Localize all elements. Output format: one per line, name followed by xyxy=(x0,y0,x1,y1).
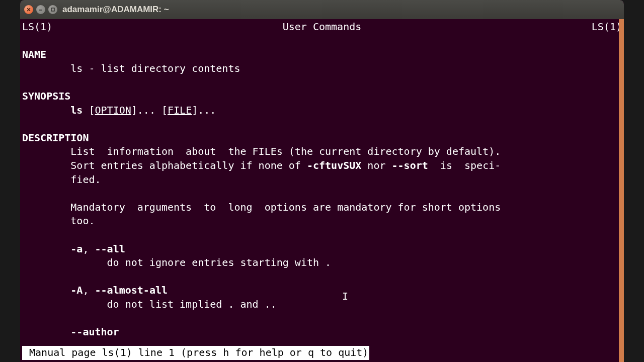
synopsis-cmd: ls xyxy=(70,104,83,116)
option-author: --author xyxy=(22,325,622,339)
maximize-icon[interactable] xyxy=(48,5,57,14)
text-cursor: I xyxy=(342,290,343,302)
man-header-right: LS(1) xyxy=(592,20,622,34)
section-description: DESCRIPTION xyxy=(22,131,622,145)
man-header: LS(1) User Commands LS(1) xyxy=(22,20,622,34)
option-A: -A, --almost-all xyxy=(22,284,622,298)
desc-p2-l2: too. xyxy=(22,214,622,228)
titlebar[interactable]: adamamir@ADAMAMIR: ~ xyxy=(20,0,624,19)
section-name: NAME xyxy=(22,48,622,62)
section-synopsis: SYNOPSIS xyxy=(22,89,622,104)
window-title: adamamir@ADAMAMIR: ~ xyxy=(62,5,169,15)
scrollbar[interactable] xyxy=(619,19,624,362)
desc-p1-l3: fied. xyxy=(22,173,622,187)
synopsis-file: FILE xyxy=(168,104,192,116)
desc-p2-l1: Mandatory arguments to long options are … xyxy=(22,201,622,215)
desc-p1-l2: Sort entries alphabetically if none of -… xyxy=(22,159,622,173)
desc-p1-l1: List information about the FILEs (the cu… xyxy=(22,145,622,159)
close-icon[interactable] xyxy=(24,5,33,14)
option-A-desc: do not list implied . and .. xyxy=(22,298,622,312)
name-line: ls - list directory contents xyxy=(22,62,622,76)
man-header-center: User Commands xyxy=(283,20,362,34)
svg-rect-0 xyxy=(51,8,54,11)
terminal-body[interactable]: LS(1) User Commands LS(1) NAME ls - list… xyxy=(20,19,624,362)
synopsis-line: ls [OPTION]... [FILE]... xyxy=(22,104,622,118)
option-a: -a, --all xyxy=(22,242,622,256)
minimize-icon[interactable] xyxy=(36,5,45,14)
option-a-desc: do not ignore entries starting with . xyxy=(22,256,622,270)
synopsis-option: OPTION xyxy=(95,104,131,116)
man-status-line: Manual page ls(1) line 1 (press h for he… xyxy=(22,346,369,360)
man-header-left: LS(1) xyxy=(22,20,52,34)
terminal-window: adamamir@ADAMAMIR: ~ LS(1) User Commands… xyxy=(20,0,624,362)
window-controls xyxy=(24,5,57,14)
